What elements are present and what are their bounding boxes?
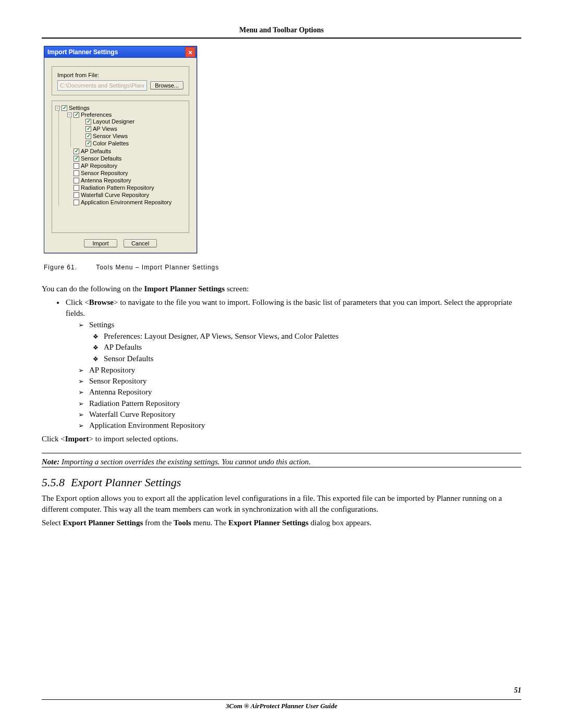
- tree-node-color-palettes[interactable]: ✓Color Palettes: [79, 140, 186, 147]
- import-button[interactable]: Import: [84, 239, 117, 248]
- tree-label: Sensor Defaults: [81, 155, 121, 162]
- list-item: Sensor Defaults: [93, 353, 521, 364]
- checkbox-icon[interactable]: [74, 178, 79, 183]
- checkbox-icon[interactable]: ✓: [85, 119, 91, 125]
- tree-node-sensor-repository[interactable]: Sensor Repository: [67, 169, 186, 177]
- list-item: Radiation Pattern Repository: [78, 398, 521, 409]
- header-rule: [42, 38, 521, 39]
- tree-node-sensor-views[interactable]: ✓Sensor Views: [79, 132, 186, 140]
- checkbox-icon[interactable]: ✓: [74, 156, 79, 162]
- tree-node-sensor-defaults[interactable]: ✓Sensor Defaults: [67, 155, 186, 162]
- checkbox-icon[interactable]: ✓: [85, 141, 91, 146]
- tree-label: Sensor Views: [93, 133, 128, 139]
- dialog-titlebar[interactable]: Import Planner Settings ×: [44, 46, 197, 58]
- tree-node-app-env-repository[interactable]: Application Environment Repository: [67, 199, 186, 206]
- tree-node-ap-defaults[interactable]: ✓AP Defaults: [67, 147, 186, 155]
- import-planner-settings-dialog: Import Planner Settings × Import from Fi…: [44, 46, 197, 253]
- minus-icon[interactable]: −: [55, 106, 60, 110]
- tree-label: Color Palettes: [93, 140, 129, 146]
- tree-node-radiation-pattern-repository[interactable]: Radiation Pattern Repository: [67, 184, 186, 191]
- intro-paragraph: You can do the following on the Import P…: [42, 283, 521, 294]
- note-text: Note: Importing a section overrides the …: [42, 453, 521, 467]
- minus-icon[interactable]: −: [67, 113, 72, 117]
- tree-label: Application Environment Repository: [81, 199, 172, 205]
- browse-button[interactable]: Browse...: [150, 81, 183, 90]
- tree-label: Preferences: [81, 112, 112, 118]
- figure-caption-text: Tools Menu – Import Planner Settings: [96, 264, 219, 271]
- figure-caption: Figure 61. Tools Menu – Import Planner S…: [44, 264, 521, 271]
- tree-node-ap-repository[interactable]: AP Repository: [67, 162, 186, 169]
- tree-label: Radiation Pattern Repository: [81, 184, 154, 191]
- section-heading-export-planner-settings: 5.5.8Export Planner Settings: [42, 475, 521, 490]
- tree-node-ap-views[interactable]: ✓AP Views: [79, 125, 186, 132]
- list-item: Preferences: Layout Designer, AP Views, …: [93, 331, 521, 341]
- footer-product: 3Com ® AirProtect Planner User Guide: [0, 702, 563, 710]
- list-item: Waterfall Curve Repository: [78, 409, 521, 419]
- checkbox-icon[interactable]: [74, 185, 79, 191]
- settings-tree: − ✓ Settings − ✓ Preferences: [52, 101, 189, 233]
- tree-label: Layout Designer: [93, 118, 134, 125]
- tree-node-antenna-repository[interactable]: Antenna Repository: [67, 177, 186, 184]
- import-from-file-panel: Import from File: Browse...: [52, 66, 189, 95]
- checkbox-icon[interactable]: ✓: [62, 105, 67, 111]
- checkbox-icon[interactable]: ✓: [74, 112, 79, 118]
- file-path-input[interactable]: [57, 80, 147, 91]
- tree-label: Antenna Repository: [81, 177, 131, 183]
- bullet-browse: Click <Browse> to navigate to the file y…: [65, 297, 521, 430]
- checkbox-icon[interactable]: [74, 192, 79, 198]
- list-item: Antenna Repository: [78, 387, 521, 397]
- running-head: Menu and Toolbar Options: [42, 26, 521, 34]
- figure-number: Figure 61.: [44, 264, 77, 271]
- import-from-file-label: Import from File:: [57, 72, 183, 78]
- checkbox-icon[interactable]: ✓: [85, 126, 91, 132]
- dialog-title: Import Planner Settings: [47, 48, 118, 56]
- tree-label: AP Repository: [81, 163, 117, 169]
- list-item: Sensor Repository: [78, 376, 521, 386]
- tree-label: AP Views: [93, 126, 117, 132]
- page-number: 51: [514, 686, 521, 695]
- click-import-paragraph: Click <Import> to import selected option…: [42, 434, 521, 444]
- export-paragraph-2: Select Export Planner Settings from the …: [42, 517, 521, 528]
- tree-node-layout-designer[interactable]: ✓Layout Designer: [79, 118, 186, 125]
- list-item: AP Repository: [78, 365, 521, 375]
- tree-label: Settings: [69, 105, 90, 111]
- tree-node-settings[interactable]: − ✓ Settings − ✓ Preferences: [55, 104, 186, 206]
- close-icon[interactable]: ×: [185, 47, 195, 57]
- footer-rule: [42, 699, 521, 700]
- tree-node-waterfall-curve-repository[interactable]: Waterfall Curve Repository: [67, 191, 186, 199]
- list-item: Application Environment Repository: [78, 420, 521, 430]
- checkbox-icon[interactable]: ✓: [74, 149, 79, 154]
- checkbox-icon[interactable]: [74, 200, 79, 205]
- cancel-button[interactable]: Cancel: [124, 239, 157, 248]
- list-item: Settings Preferences: Layout Designer, A…: [78, 319, 521, 364]
- checkbox-icon[interactable]: [74, 163, 79, 169]
- checkbox-icon[interactable]: ✓: [85, 133, 91, 139]
- checkbox-icon[interactable]: [74, 170, 79, 176]
- tree-label: Sensor Repository: [81, 170, 128, 176]
- export-paragraph-1: The Export option allows you to export a…: [42, 493, 521, 514]
- tree-label: AP Defaults: [81, 148, 111, 154]
- list-item: AP Defaults: [93, 342, 521, 352]
- tree-label: Waterfall Curve Repository: [81, 192, 149, 198]
- tree-node-preferences[interactable]: − ✓ Preferences ✓Layout Designer ✓AP Vie…: [67, 111, 186, 147]
